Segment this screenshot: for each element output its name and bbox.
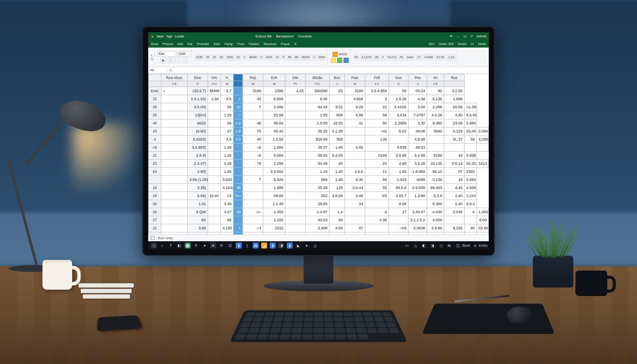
cell[interactable]: 89.5.8 xyxy=(389,184,409,192)
cell[interactable]: 8,185 xyxy=(444,224,465,232)
row-header[interactable]: 22 xyxy=(149,95,161,103)
column-header[interactable]: Pidl xyxy=(365,74,389,81)
tab[interactable]: Scze xyxy=(151,42,158,46)
cell[interactable] xyxy=(365,200,389,208)
qat-item[interactable]: Ilase xyxy=(157,34,164,38)
taskbar-icon[interactable]: | xyxy=(244,243,250,248)
cell[interactable] xyxy=(285,176,306,184)
cell[interactable]: 45.38 xyxy=(306,184,330,192)
cell[interactable]: 27 xyxy=(389,208,409,216)
cell[interactable]: A(5.9,7) xyxy=(188,87,208,95)
cell[interactable] xyxy=(208,224,221,232)
cell[interactable]: 18:20 xyxy=(330,119,345,127)
cell[interactable]: 2.416S xyxy=(389,103,409,111)
cell[interactable]: 22.58 xyxy=(263,111,285,119)
row-header[interactable]: 23 xyxy=(149,160,161,168)
cell[interactable]: 38 xyxy=(234,184,243,192)
tab[interactable]: Fanly xyxy=(224,42,233,46)
ribbon-item[interactable]: 6198 xyxy=(195,54,203,60)
cell[interactable]: 09.45 xyxy=(263,127,285,135)
ribbon-item[interactable]: 9 xyxy=(282,54,286,60)
cell[interactable]: 1.888 xyxy=(444,95,465,103)
cell[interactable]: 5.6283) xyxy=(188,135,208,144)
tray-icon[interactable]: ▭ xyxy=(404,243,410,248)
cell[interactable]: 3,9.44 xyxy=(345,184,365,192)
cell[interactable]: = xyxy=(234,111,243,119)
cell[interactable]: 8.6.80 xyxy=(465,111,477,119)
cell[interactable]: 4.3 xyxy=(234,135,243,144)
cell[interactable] xyxy=(161,184,188,192)
cell[interactable]: 28:85 xyxy=(306,200,330,208)
cell[interactable] xyxy=(161,224,188,232)
cell[interactable] xyxy=(243,200,263,208)
cell[interactable]: 1614 xyxy=(476,160,489,168)
cell[interactable]: 2.9.582 xyxy=(263,168,285,176)
tab-right[interactable]: In xyxy=(471,42,474,46)
cell[interactable]: 6689 xyxy=(409,176,427,184)
cell[interactable]: 252 xyxy=(306,192,330,200)
cell[interactable]: (6.80) xyxy=(188,127,208,135)
column-letter[interactable] xyxy=(234,81,243,87)
cell[interactable] xyxy=(161,95,188,103)
cell[interactable]: 07 xyxy=(444,168,465,176)
tab[interactable]: Rurunce xyxy=(264,42,276,46)
cell[interactable]: 4,185 xyxy=(221,224,234,232)
cell[interactable]: 03.58 xyxy=(476,224,489,232)
ribbon-item[interactable]: 5828 xyxy=(225,54,234,60)
cell[interactable] xyxy=(285,144,306,152)
cell[interactable] xyxy=(345,135,365,144)
row-header[interactable]: Exsc xyxy=(149,87,161,95)
cell[interactable]: \5,.37 xyxy=(444,135,465,144)
cell[interactable] xyxy=(465,144,477,152)
cell[interactable]: 86.10 xyxy=(427,168,444,176)
taskbar-icon[interactable]: ▮ xyxy=(287,243,293,248)
ribbon-item[interactable]: 8998 xyxy=(318,54,326,60)
column-letter[interactable]: I8 xyxy=(263,81,285,87)
taskbar-icon[interactable]: ◪ xyxy=(261,243,267,248)
cell[interactable] xyxy=(243,168,263,176)
cell[interactable]: 5.938 xyxy=(465,152,477,160)
column-letter[interactable]: J xyxy=(409,81,427,87)
cell[interactable]: 84.48 xyxy=(306,103,330,111)
ribbon-item[interactable]: 1,2,8 xyxy=(447,54,455,60)
cell[interactable]: 2.098 xyxy=(476,127,489,135)
cell[interactable]: 8189 xyxy=(427,152,444,160)
name-box[interactable]: P8 xyxy=(148,68,167,72)
cell[interactable]: 1.68 xyxy=(208,95,221,103)
cell[interactable]: 2932 xyxy=(263,224,285,232)
cell[interactable] xyxy=(161,200,188,208)
cell[interactable]: 2S xyxy=(330,87,345,95)
cell[interactable] xyxy=(285,135,306,144)
cell[interactable]: 2,2989 xyxy=(389,119,409,127)
cell[interactable]: 84.48 xyxy=(306,160,330,168)
taskbar-icon[interactable]: ◧ xyxy=(176,243,182,248)
cell[interactable]: 1.58 xyxy=(389,168,409,176)
cell[interactable]: X,085 xyxy=(476,135,489,144)
cell[interactable]: A1.58 xyxy=(465,103,477,111)
cell[interactable]: 3080 xyxy=(427,127,444,135)
cell[interactable] xyxy=(427,144,444,152)
cell[interactable] xyxy=(208,216,221,224)
cell[interactable] xyxy=(208,119,221,127)
cell[interactable] xyxy=(330,95,345,103)
cell[interactable]: 8 QW xyxy=(188,208,208,216)
cell[interactable]: 2392 xyxy=(465,168,477,176)
cell[interactable]: 9.9.838 xyxy=(409,184,427,192)
cell[interactable]: 1.48 xyxy=(221,144,234,152)
cell[interactable]: 3.5.00) xyxy=(188,103,208,111)
minimize-icon[interactable]: ▭ xyxy=(463,34,467,38)
cell[interactable] xyxy=(161,176,188,184)
cell[interactable]: 0189 xyxy=(365,152,389,160)
cell[interactable]: 5.4.88 xyxy=(409,152,427,160)
cell[interactable] xyxy=(345,208,365,216)
cell[interactable]: 08:89 xyxy=(263,192,285,200)
cell[interactable]: 2 xyxy=(365,95,389,103)
cell[interactable] xyxy=(161,119,188,127)
cell[interactable]: 80 xyxy=(365,119,389,127)
cell[interactable] xyxy=(161,144,188,152)
ribbon-item[interactable]: 85 xyxy=(219,54,224,60)
cell[interactable] xyxy=(208,184,221,192)
row-header[interactable] xyxy=(149,176,161,184)
cell[interactable]: 2.8.89 xyxy=(427,224,444,232)
cell[interactable]: 13[0A] xyxy=(188,111,208,119)
